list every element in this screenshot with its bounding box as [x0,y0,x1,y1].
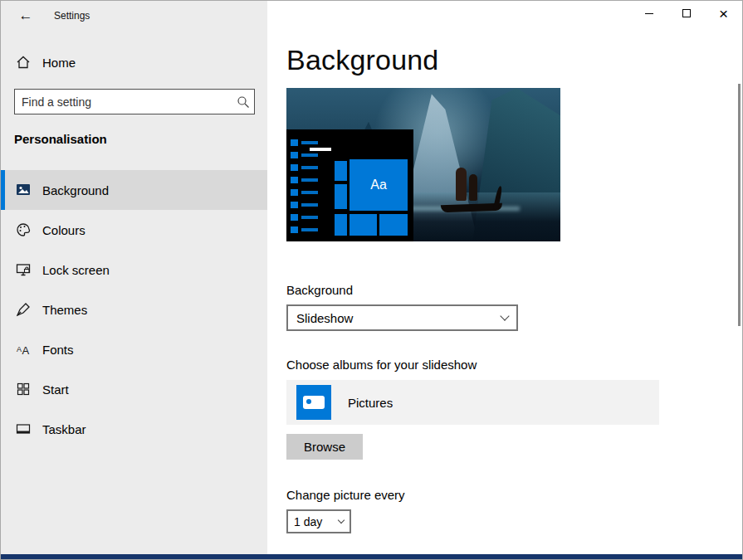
preview-tile [350,214,377,236]
sidebar-item-home[interactable]: Home [1,47,267,77]
sidebar-item-label: Colours [42,223,86,237]
sidebar-item-colours[interactable]: Colours [1,210,267,250]
sidebar-item-lock-screen[interactable]: Lock screen [1,250,267,290]
sidebar-item-label: Lock screen [42,263,110,277]
back-button[interactable]: ← [12,5,39,27]
window-title: Settings [54,10,90,22]
palette-icon [16,222,31,237]
close-button[interactable]: × [705,1,742,26]
sidebar-item-label: Start [42,382,69,397]
sidebar-item-label: Taskbar [42,422,86,436]
sidebar-nav: Background Colours Lock screen Themes [1,170,267,449]
album-list-item-pictures[interactable]: Pictures [286,380,659,425]
search-icon[interactable] [232,95,254,109]
search-box [14,89,255,114]
preview-app-list-icons [291,139,298,236]
search-input[interactable] [15,95,232,109]
albums-label: Choose albums for your slideshow [286,358,477,372]
preview-figure [456,168,467,201]
sidebar-item-background[interactable]: Background [1,170,267,210]
sidebar-item-themes[interactable]: Themes [1,290,267,329]
themes-brush-icon [16,302,31,317]
background-type-dropdown[interactable]: Slideshow [286,304,518,331]
pictures-icon-dot [306,399,311,404]
picture-interval-value: 1 day [294,515,322,528]
preview-tile-aa: Aa [350,159,408,211]
sidebar-item-label: Fonts [42,343,74,357]
pictures-album-icon [296,385,331,420]
preview-app-list-labels [301,141,318,236]
svg-text:A: A [22,344,30,357]
preview-tile [335,184,347,209]
fonts-icon: AA [16,342,31,357]
lock-screen-icon [16,262,31,277]
titlebar: ← Settings [1,1,267,31]
maximize-button[interactable] [667,1,705,26]
sidebar-section-heading: Personalisation [14,132,107,146]
chevron-down-icon [338,517,345,523]
background-type-value: Slideshow [296,311,353,325]
sidebar-item-fonts[interactable]: AA Fonts [1,329,267,369]
sidebar-item-start[interactable]: Start [1,369,267,409]
back-arrow-icon: ← [19,7,33,24]
picture-interval-dropdown[interactable]: 1 day [286,509,351,533]
browse-button[interactable]: Browse [286,434,363,460]
scrollbar-thumb[interactable] [738,84,741,326]
page-title: Background [286,44,438,76]
start-grid-icon [16,382,31,397]
preview-start-menu: Aa [286,129,413,241]
preview-figure [469,174,477,201]
minimize-icon [645,13,653,14]
sidebar-item-label: Themes [42,303,87,317]
home-label: Home [42,56,76,70]
preview-tile [379,214,408,236]
sidebar-item-taskbar[interactable]: Taskbar [1,409,267,449]
maximize-icon [682,9,691,17]
minimize-button[interactable] [630,1,667,26]
close-icon: × [719,6,728,22]
sidebar: ← Settings Home Personalisation Backgrou… [1,1,267,556]
background-field-label: Background [286,283,353,297]
album-name: Pictures [348,396,393,410]
settings-window: ← Settings Home Personalisation Backgrou… [0,0,743,560]
window-controls: × [630,1,742,26]
background-preview-image: Aa [286,88,560,241]
taskbar-icon [16,421,31,436]
window-bottom-border [1,554,742,559]
preview-tile [335,161,347,181]
sidebar-item-label: Background [42,183,109,197]
home-icon [16,55,31,70]
chevron-down-icon [500,311,509,320]
background-image-icon [16,183,31,197]
svg-text:A: A [17,345,22,353]
change-picture-label: Change picture every [286,488,405,502]
preview-tile [335,214,347,236]
